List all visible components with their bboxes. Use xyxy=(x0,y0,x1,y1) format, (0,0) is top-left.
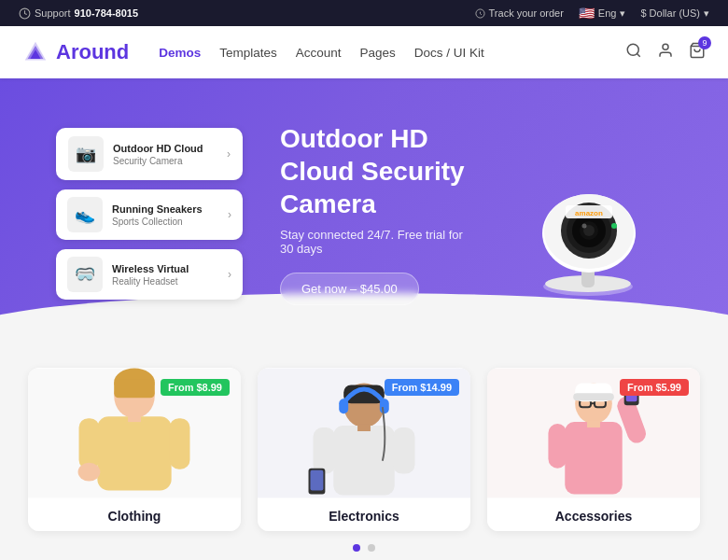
category-label-1: Electronics xyxy=(258,501,470,531)
svg-rect-27 xyxy=(79,418,100,469)
support-label: Support xyxy=(35,7,71,19)
user-icon[interactable] xyxy=(657,42,674,63)
hero-subtitle: Stay connected 24/7. Free trial for 30 d… xyxy=(280,228,467,256)
chevron-right-icon-0: › xyxy=(227,147,231,161)
category-label-2: Accessories xyxy=(487,501,700,531)
svg-point-18 xyxy=(581,223,586,228)
svg-rect-35 xyxy=(380,399,389,413)
categories-section: From $8.99 Clothing xyxy=(0,349,728,560)
svg-rect-25 xyxy=(114,380,155,399)
track-order[interactable]: Track your order xyxy=(475,7,564,19)
nav-docs[interactable]: Docs / UI Kit xyxy=(414,46,484,60)
svg-rect-48 xyxy=(573,393,614,400)
chevron-right-icon-2: › xyxy=(228,268,231,281)
category-label-0: Clothing xyxy=(28,501,241,531)
svg-rect-54 xyxy=(587,420,600,427)
categories-grid: From $8.99 Clothing xyxy=(28,368,700,531)
svg-rect-38 xyxy=(393,427,415,474)
category-card-0[interactable]: From $8.99 Clothing xyxy=(28,368,241,531)
svg-rect-53 xyxy=(548,424,567,469)
hero-card-1[interactable]: 👟 Running Sneakers Sports Collection › xyxy=(56,189,243,240)
language-selector[interactable]: 🇺🇸 Eng ▾ xyxy=(579,6,626,21)
cart-badge: 9 xyxy=(698,36,711,49)
svg-rect-37 xyxy=(313,427,335,474)
hero-content: Outdoor HD Cloud Security Camera Stay co… xyxy=(243,122,504,305)
hero-card-icon-2: 🥽 xyxy=(67,257,103,292)
svg-rect-34 xyxy=(339,399,348,413)
chevron-right-icon-1: › xyxy=(228,208,231,221)
svg-point-5 xyxy=(627,44,638,55)
hero-card-0[interactable]: 📷 Outdoor HD Cloud Security Camera › xyxy=(56,128,243,180)
svg-rect-28 xyxy=(170,418,190,469)
category-badge-0: From $8.99 xyxy=(161,379,230,396)
brand-name: Around xyxy=(56,40,129,64)
top-bar: Support 910-784-8015 Track your order 🇺🇸… xyxy=(0,0,728,26)
hero-card-icon-1: 👟 xyxy=(67,197,103,232)
hero-card-icon-0: 📷 xyxy=(68,136,104,172)
svg-point-6 xyxy=(663,44,668,49)
svg-rect-41 xyxy=(357,424,371,431)
currency-selector[interactable]: $ Dollar (US) ▾ xyxy=(640,7,709,20)
category-card-1[interactable]: From $14.99 Electronics xyxy=(258,368,470,531)
svg-rect-26 xyxy=(97,416,171,490)
svg-text:amazon: amazon xyxy=(575,209,603,217)
hero-sidebar: 📷 Outdoor HD Cloud Security Camera › 👟 R… xyxy=(56,128,243,300)
logo[interactable]: Around xyxy=(22,39,129,65)
svg-point-21 xyxy=(611,223,617,229)
cart-wrapper[interactable]: 9 xyxy=(689,42,706,63)
svg-rect-30 xyxy=(128,413,141,422)
category-card-2[interactable]: From $5.99 Accessories xyxy=(487,368,700,531)
pagination-dot-0[interactable] xyxy=(353,544,360,552)
hero-card-2[interactable]: 🥽 Wireless Virtual Reality Headset › xyxy=(56,249,243,300)
support-info: Support 910-784-8015 xyxy=(19,7,138,20)
nav-templates[interactable]: Templates xyxy=(219,46,277,60)
navbar: Around Demos Templates Account Pages Doc… xyxy=(0,26,728,78)
hero-title: Outdoor HD Cloud Security Camera xyxy=(280,122,467,220)
category-badge-1: From $14.99 xyxy=(385,379,459,396)
pagination xyxy=(28,531,700,557)
nav-demos[interactable]: Demos xyxy=(159,46,201,60)
hero-section: 📷 Outdoor HD Cloud Security Camera › 👟 R… xyxy=(0,78,728,349)
svg-point-29 xyxy=(78,463,101,482)
svg-rect-40 xyxy=(311,470,324,491)
nav-links: Demos Templates Account Pages Docs / UI … xyxy=(159,46,484,60)
hero-image: amazon xyxy=(504,133,672,296)
camera-svg: amazon xyxy=(511,133,665,296)
nav-account[interactable]: Account xyxy=(296,46,342,60)
search-icon[interactable] xyxy=(625,42,642,63)
support-phone: 910-784-8015 xyxy=(75,7,139,19)
hero-cta-button[interactable]: Get now – $45.00 xyxy=(280,273,419,305)
pagination-dot-1[interactable] xyxy=(368,544,375,552)
nav-pages[interactable]: Pages xyxy=(360,46,396,60)
svg-rect-49 xyxy=(565,422,622,494)
category-badge-2: From $5.99 xyxy=(620,379,689,396)
